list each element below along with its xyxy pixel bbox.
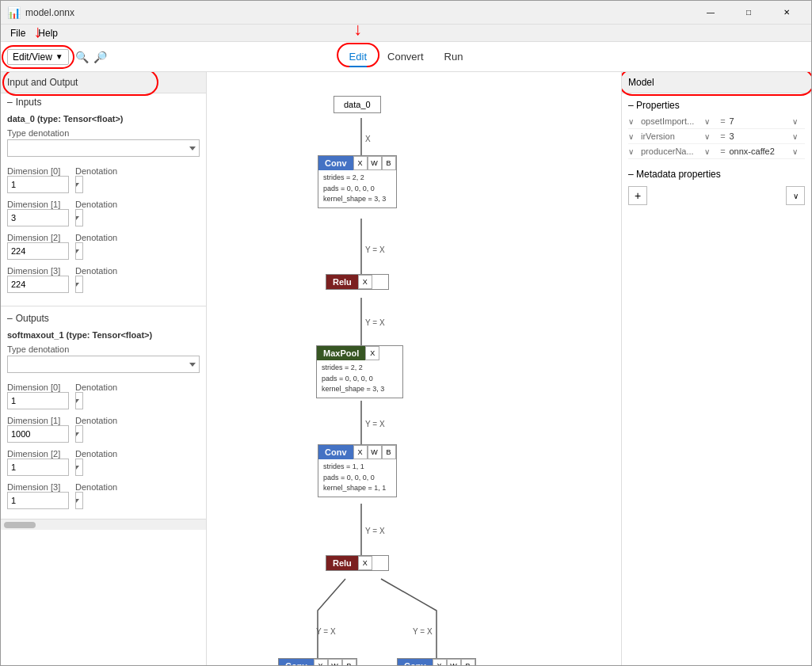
title-bar-left: 📊 model.onnx	[7, 6, 74, 19]
out-dim-3-input[interactable]	[7, 492, 69, 509]
node-conv4[interactable]: Conv X W B strides = 1, 1pads = 1, 1, 1,…	[397, 658, 476, 665]
prop-1-collapse[interactable]: ∨	[792, 132, 805, 141]
edit-button[interactable]: Edit ↓	[340, 48, 376, 66]
close-button[interactable]: ✕	[768, 1, 805, 25]
type-denotation-select[interactable]	[7, 139, 200, 157]
node-conv1-port-b[interactable]: B	[382, 156, 396, 170]
out-dim-3-label: Dimension [3]	[7, 482, 71, 492]
minimize-button[interactable]: —	[692, 1, 729, 25]
prop-2-expand[interactable]: ∨	[628, 147, 641, 156]
prop-0-expand[interactable]: ∨	[628, 117, 641, 126]
node-conv3-port-x[interactable]: X	[314, 659, 328, 665]
metadata-section: – Metadata properties + ∨	[622, 162, 811, 211]
out-dimension-row-3: Dimension [3] Denotation	[7, 479, 200, 509]
node-maxpool1-details: strides = 2, 2pads = 0, 0, 0, 0kernel_sh…	[317, 360, 402, 398]
node-conv1-port-w[interactable]: W	[368, 156, 382, 170]
dim-2-label: Dimension [2]	[7, 233, 71, 242]
prop-0-name: opsetImport...	[641, 116, 704, 126]
app-window: 📊 model.onnx — □ ✕ File Help Edit/View ▼…	[0, 0, 812, 666]
dim-1-label: Dimension [1]	[7, 200, 71, 209]
node-conv3-port-w[interactable]: W	[328, 659, 342, 665]
out-denotation-2-select[interactable]	[75, 459, 83, 476]
denotation-2-select[interactable]	[75, 242, 83, 260]
properties-toggle-icon: –	[628, 100, 634, 111]
metadata-collapse-button[interactable]: ∨	[786, 186, 805, 205]
node-conv1-details: strides = 2, 2pads = 0, 0, 0, 0kernel_sh…	[318, 170, 396, 207]
scrollbar-thumb[interactable]	[4, 522, 36, 528]
out-dim-1-input[interactable]	[7, 425, 69, 443]
node-conv4-port-w[interactable]: W	[447, 659, 461, 665]
node-conv2-port-x[interactable]: X	[353, 445, 368, 459]
zoom-icon[interactable]: 🔎	[93, 51, 107, 63]
dim-1-input[interactable]	[7, 209, 69, 226]
out-denotation-1-select[interactable]	[75, 425, 83, 443]
dimension-row-3: Dimension [3] Denotation	[7, 263, 200, 293]
edit-view-label: Edit/View	[13, 51, 52, 63]
prop-2-collapse[interactable]: ∨	[792, 147, 805, 156]
node-relu1-label: Relu	[326, 275, 358, 289]
right-panel: Model ↓ – Properties ∨ opsetImport... ∨ …	[621, 72, 811, 665]
metadata-add-button[interactable]: +	[628, 186, 647, 205]
maximize-button[interactable]: □	[730, 1, 767, 25]
node-relu2-port-x[interactable]: X	[358, 556, 372, 570]
node-relu1-port-x[interactable]: X	[358, 275, 372, 289]
node-conv1[interactable]: Conv X W B strides = 2, 2pads = 0, 0, 0,…	[318, 155, 397, 208]
out-denotation-3-select[interactable]	[75, 492, 83, 509]
node-conv1-port-x[interactable]: X	[353, 156, 368, 170]
denotation-1-label: Denotation	[75, 200, 200, 209]
node-conv4-port-x[interactable]: X	[433, 659, 447, 665]
node-conv4-port-b[interactable]: B	[461, 659, 475, 665]
out-dim-2-label: Dimension [2]	[7, 449, 71, 459]
properties-label: Properties	[636, 100, 680, 111]
prop-0-collapse[interactable]: ∨	[792, 117, 805, 126]
horizontal-scrollbar[interactable]	[1, 519, 206, 530]
node-relu2[interactable]: Relu X	[326, 555, 389, 571]
out-dim-0-input[interactable]	[7, 392, 69, 409]
denotation-1-select[interactable]	[75, 209, 83, 226]
file-menu[interactable]: File	[4, 26, 32, 40]
help-menu[interactable]: Help	[32, 26, 64, 40]
run-button[interactable]: Run	[435, 48, 473, 66]
outputs-section-header[interactable]: – Outputs	[1, 310, 206, 327]
node-maxpool1-port-x[interactable]: X	[365, 346, 379, 360]
denotation-0-select[interactable]	[75, 176, 83, 193]
node-conv2-port-w[interactable]: W	[368, 445, 382, 459]
denotation-3-select[interactable]	[75, 276, 83, 293]
dim-3-input[interactable]	[7, 276, 69, 293]
node-conv2[interactable]: Conv X W B strides = 1, 1pads = 0, 0, 0,…	[318, 444, 397, 497]
node-conv1-label: Conv	[318, 156, 353, 170]
node-conv3-port-b[interactable]: B	[342, 659, 356, 665]
svg-text:Y = X: Y = X	[365, 318, 385, 327]
prop-2-name: producerNa...	[641, 147, 704, 156]
node-relu1[interactable]: Relu X	[326, 274, 389, 290]
out-dim-0-label: Dimension [0]	[7, 382, 71, 392]
metadata-header[interactable]: – Metadata properties	[628, 166, 805, 183]
node-conv3[interactable]: Conv X W B strides = 1, 1pads = 0, 0, 0,…	[278, 658, 357, 665]
prop-row-1: ∨ irVersion ∨ = 3 ∨	[628, 129, 805, 144]
prop-1-eq-icon: ∨	[704, 132, 717, 141]
svg-text:Y = X: Y = X	[316, 627, 336, 636]
prop-2-eq-icon: ∨	[704, 147, 717, 156]
output-type-denotation-select[interactable]	[7, 356, 200, 373]
convert-button[interactable]: Convert	[378, 48, 433, 66]
prop-1-expand[interactable]: ∨	[628, 132, 641, 141]
edit-view-button[interactable]: Edit/View ▼ ↓	[7, 49, 69, 65]
node-data0-label: data_0	[344, 100, 371, 109]
right-panel-title: Model	[628, 77, 654, 88]
node-maxpool1[interactable]: MaxPool X strides = 2, 2pads = 0, 0, 0, …	[316, 345, 403, 398]
dim-0-label: Dimension [0]	[7, 166, 71, 176]
graph-area[interactable]: X Y = X Y = X Y = X Y = X Y = X Y = X	[207, 72, 621, 665]
dim-2-input[interactable]	[7, 242, 69, 260]
out-dim-2-input[interactable]	[7, 459, 69, 476]
properties-header[interactable]: – Properties	[628, 97, 805, 114]
search-icon[interactable]: 🔍	[75, 51, 89, 63]
dimension-row-1: Dimension [1] Denotation	[7, 196, 200, 226]
node-conv2-port-b[interactable]: B	[382, 445, 396, 459]
node-data0[interactable]: data_0	[334, 96, 381, 113]
window-controls: — □ ✕	[692, 1, 805, 25]
prop-0-eq: =	[717, 116, 730, 126]
metadata-add-row: + ∨	[628, 183, 805, 208]
out-denotation-0-select[interactable]	[75, 392, 83, 409]
inputs-section-header[interactable]: – Inputs	[1, 93, 206, 111]
dim-0-input[interactable]	[7, 176, 69, 193]
